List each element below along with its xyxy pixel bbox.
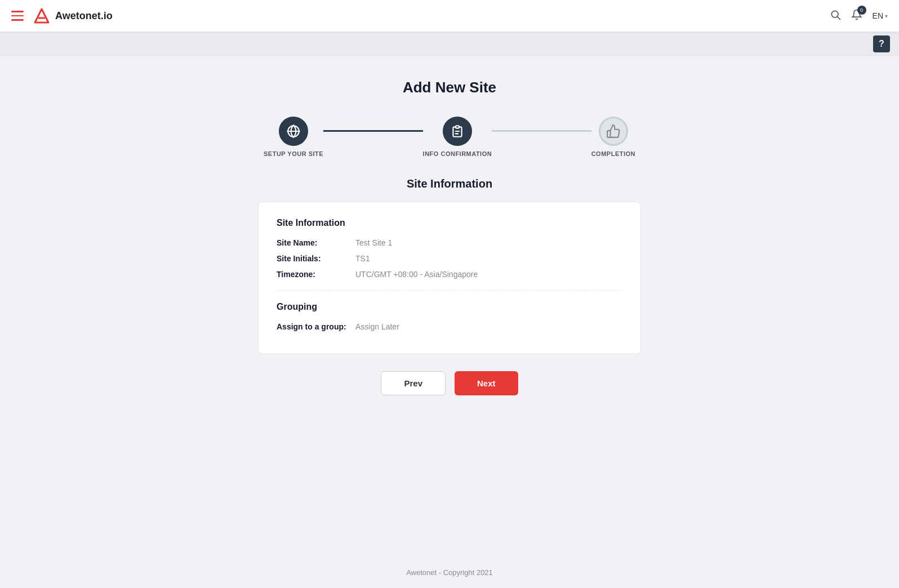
logo-icon	[33, 7, 51, 25]
step-completion: COMPLETION	[591, 117, 635, 157]
card-site-info-title: Site Information	[277, 218, 622, 228]
chevron-down-icon: ▾	[885, 13, 888, 19]
svg-rect-6	[456, 126, 460, 128]
footer-text: Awetonet - Copyright 2021	[406, 568, 493, 577]
menu-icon[interactable]	[11, 11, 24, 21]
logo: Awetonet.io	[33, 7, 113, 25]
svg-line-3	[837, 16, 840, 19]
svg-marker-0	[35, 9, 48, 23]
site-name-value: Test Site 1	[355, 238, 392, 247]
language-label: EN	[873, 11, 883, 20]
stepper: SETUP YOUR SITE INFO CONFIRMATION	[264, 117, 635, 157]
notification-badge: 0	[857, 6, 866, 15]
footer: Awetonet - Copyright 2021	[0, 557, 899, 588]
timezone-label: Timezone:	[277, 270, 355, 279]
timezone-row: Timezone: UTC/GMT +08:00 - Asia/Singapor…	[277, 270, 622, 279]
search-icon[interactable]	[830, 9, 841, 23]
step-circle-completion	[599, 117, 628, 146]
info-card: Site Information Site Name: Test Site 1 …	[258, 202, 641, 354]
assign-value: Assign Later	[355, 322, 399, 331]
site-initials-row: Site Initials: TS1	[277, 254, 622, 263]
grouping-title: Grouping	[277, 302, 622, 312]
step-circle-info	[443, 117, 472, 146]
step-label-info: INFO CONFIRMATION	[423, 150, 492, 157]
notification-icon[interactable]: 0	[851, 9, 862, 23]
page-title: Add New Site	[403, 79, 496, 96]
step-label-completion: COMPLETION	[591, 150, 635, 157]
step-info: INFO CONFIRMATION	[423, 117, 492, 157]
button-row: Prev Next	[381, 371, 518, 395]
timezone-value: UTC/GMT +08:00 - Asia/Singapore	[355, 270, 478, 279]
prev-button[interactable]: Prev	[381, 371, 446, 395]
step-label-setup: SETUP YOUR SITE	[264, 150, 323, 157]
step-circle-setup	[279, 117, 308, 146]
assign-label: Assign to a group:	[277, 322, 355, 331]
step-line-2	[492, 130, 591, 132]
language-selector[interactable]: EN ▾	[873, 11, 888, 20]
site-initials-value: TS1	[355, 254, 370, 263]
logo-text: Awetonet.io	[55, 10, 113, 22]
main-content: Add New Site SETUP YOUR SITE	[0, 56, 899, 557]
step-line-1	[323, 130, 422, 132]
help-button[interactable]: ?	[873, 35, 890, 52]
step-setup: SETUP YOUR SITE	[264, 117, 323, 157]
site-initials-label: Site Initials:	[277, 254, 355, 263]
section-title: Site Information	[407, 177, 492, 190]
assign-group-row: Assign to a group: Assign Later	[277, 322, 622, 331]
site-name-row: Site Name: Test Site 1	[277, 238, 622, 247]
card-divider	[277, 290, 622, 291]
help-bar: ?	[0, 32, 899, 56]
navbar: Awetonet.io 0 EN ▾	[0, 0, 899, 32]
site-name-label: Site Name:	[277, 238, 355, 247]
next-button[interactable]: Next	[455, 371, 518, 395]
